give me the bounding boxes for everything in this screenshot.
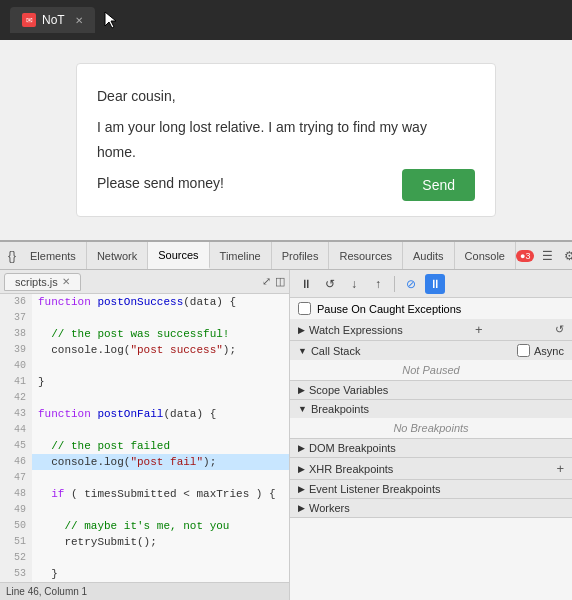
file-tab-icons: ⤢ ◫ — [262, 275, 285, 288]
xhr-breakpoints-header[interactable]: ▶ XHR Breakpoints + — [290, 458, 572, 479]
code-line-46: 46 console.log("post fail"); — [0, 454, 289, 470]
tab-elements[interactable]: Elements — [20, 242, 87, 269]
devtools-tab-icons: ●3 ☰ ⚙ ⊡ ✕ — [516, 247, 572, 265]
event-listener-label: Event Listener Breakpoints — [309, 483, 440, 495]
tab-sources[interactable]: Sources — [148, 242, 209, 269]
async-checkbox-row: Async — [517, 344, 564, 357]
browser-tab[interactable]: ✉ NoT ✕ — [10, 7, 95, 33]
dom-bp-arrow-icon: ▶ — [298, 443, 305, 453]
email-line2: I am your long lost relative. I am tryin… — [97, 115, 465, 165]
workers-arrow-icon: ▶ — [298, 503, 305, 513]
code-line-52: 52 — [0, 550, 289, 566]
pause-exceptions-checkbox[interactable] — [298, 302, 311, 315]
page-content: Dear cousin, I am your long lost relativ… — [0, 40, 572, 240]
debug-toolbar: ⏸ ↺ ↓ ↑ ⊘ ⏸ — [290, 270, 572, 298]
call-stack-section: ▼ Call Stack Async Not Paused — [290, 341, 572, 381]
elements-icon: {} — [4, 249, 20, 263]
deactivate-breakpoints-button[interactable]: ⊘ — [401, 274, 421, 294]
file-tab-scripts[interactable]: scripts.js ✕ — [4, 273, 81, 291]
add-watch-icon[interactable]: + — [475, 322, 483, 337]
xhr-breakpoints-label: XHR Breakpoints — [309, 463, 393, 475]
code-line-39: 39 console.log("post success"); — [0, 342, 289, 358]
code-line-38: 38 // the post was successful! — [0, 326, 289, 342]
xhr-breakpoints-section: ▶ XHR Breakpoints + — [290, 458, 572, 480]
scope-variables-header[interactable]: ▶ Scope Variables — [290, 381, 572, 399]
code-line-37: 37 — [0, 310, 289, 326]
call-stack-label: Call Stack — [311, 345, 361, 357]
code-panel: scripts.js ✕ ⤢ ◫ 36 function postOnSucce… — [0, 270, 290, 600]
tab-close-icon[interactable]: ✕ — [75, 15, 83, 26]
email-card: Dear cousin, I am your long lost relativ… — [76, 63, 496, 218]
send-button[interactable]: Send — [402, 169, 475, 201]
expand-icon[interactable]: ⤢ — [262, 275, 271, 288]
watch-expressions-section: ▶ Watch Expressions + ↺ — [290, 319, 572, 341]
call-stack-header[interactable]: ▼ Call Stack Async — [290, 341, 572, 360]
watch-expressions-label: Watch Expressions — [309, 324, 403, 336]
workers-label: Workers — [309, 502, 350, 514]
tab-console[interactable]: Console — [455, 242, 516, 269]
browser-bar: ✉ NoT ✕ — [0, 0, 572, 40]
async-label: Async — [534, 345, 564, 357]
tab-audits[interactable]: Audits — [403, 242, 455, 269]
debug-panel: ⏸ ↺ ↓ ↑ ⊘ ⏸ Pause On Caught Exceptions ▶… — [290, 270, 572, 600]
code-line-51: 51 retrySubmit(); — [0, 534, 289, 550]
scope-arrow-icon: ▶ — [298, 385, 305, 395]
settings-icon[interactable]: ⚙ — [560, 247, 572, 265]
add-xhr-bp-icon[interactable]: + — [556, 461, 564, 476]
code-line-42: 42 — [0, 390, 289, 406]
workers-header[interactable]: ▶ Workers — [290, 499, 572, 517]
dom-breakpoints-section: ▶ DOM Breakpoints — [290, 439, 572, 458]
breakpoints-section: ▼ Breakpoints No Breakpoints — [290, 400, 572, 439]
cursor-position: Line 46, Column 1 — [6, 586, 87, 597]
event-listener-section: ▶ Event Listener Breakpoints — [290, 480, 572, 499]
workers-section: ▶ Workers — [290, 499, 572, 518]
tab-resources[interactable]: Resources — [329, 242, 403, 269]
dom-breakpoints-label: DOM Breakpoints — [309, 442, 396, 454]
step-over-button[interactable]: ↺ — [320, 274, 340, 294]
pause-exceptions-label: Pause On Caught Exceptions — [317, 303, 461, 315]
tab-timeline[interactable]: Timeline — [210, 242, 272, 269]
devtools-panel: {} Elements Network Sources Timeline Pro… — [0, 240, 572, 600]
pause-on-exception-button[interactable]: ⏸ — [425, 274, 445, 294]
file-tabs: scripts.js ✕ ⤢ ◫ — [0, 270, 289, 294]
async-checkbox[interactable] — [517, 344, 530, 357]
event-listener-header[interactable]: ▶ Event Listener Breakpoints — [290, 480, 572, 498]
scope-variables-label: Scope Variables — [309, 384, 388, 396]
collapse-icon[interactable]: ◫ — [275, 275, 285, 288]
watch-expressions-header[interactable]: ▶ Watch Expressions + ↺ — [290, 319, 572, 340]
refresh-watch-icon[interactable]: ↺ — [555, 323, 564, 336]
code-area: 36 function postOnSuccess(data) { 37 38 … — [0, 294, 289, 582]
code-line-49: 49 — [0, 502, 289, 518]
dom-breakpoints-header[interactable]: ▶ DOM Breakpoints — [290, 439, 572, 457]
tab-network[interactable]: Network — [87, 242, 148, 269]
scope-variables-section: ▶ Scope Variables — [290, 381, 572, 400]
error-badge: ●3 — [516, 250, 534, 262]
no-breakpoints-label: No Breakpoints — [290, 418, 572, 438]
xhr-bp-arrow-icon: ▶ — [298, 464, 305, 474]
status-bar: Line 46, Column 1 — [0, 582, 289, 600]
filter-icon[interactable]: ☰ — [538, 247, 556, 265]
devtools-body: scripts.js ✕ ⤢ ◫ 36 function postOnSucce… — [0, 270, 572, 600]
event-listener-arrow-icon: ▶ — [298, 484, 305, 494]
code-line-41: 41 } — [0, 374, 289, 390]
code-line-50: 50 // maybe it's me, not you — [0, 518, 289, 534]
breakpoints-label: Breakpoints — [311, 403, 369, 415]
file-tab-label: scripts.js — [15, 276, 58, 288]
step-into-button[interactable]: ↓ — [344, 274, 364, 294]
tab-label: NoT — [42, 13, 65, 27]
watch-arrow-icon: ▶ — [298, 325, 305, 335]
toolbar-separator — [394, 276, 395, 292]
step-out-button[interactable]: ↑ — [368, 274, 388, 294]
code-line-40: 40 — [0, 358, 289, 374]
file-tab-close[interactable]: ✕ — [62, 276, 70, 287]
cursor — [103, 8, 117, 32]
code-line-45: 45 // the post failed — [0, 438, 289, 454]
breakpoints-header[interactable]: ▼ Breakpoints — [290, 400, 572, 418]
tab-profiles[interactable]: Profiles — [272, 242, 330, 269]
svg-marker-0 — [105, 12, 116, 28]
tab-icon: ✉ — [22, 13, 36, 27]
call-stack-arrow-icon: ▼ — [298, 346, 307, 356]
code-line-43: 43 function postOnFail(data) { — [0, 406, 289, 422]
pause-button[interactable]: ⏸ — [296, 274, 316, 294]
code-line-36: 36 function postOnSuccess(data) { — [0, 294, 289, 310]
